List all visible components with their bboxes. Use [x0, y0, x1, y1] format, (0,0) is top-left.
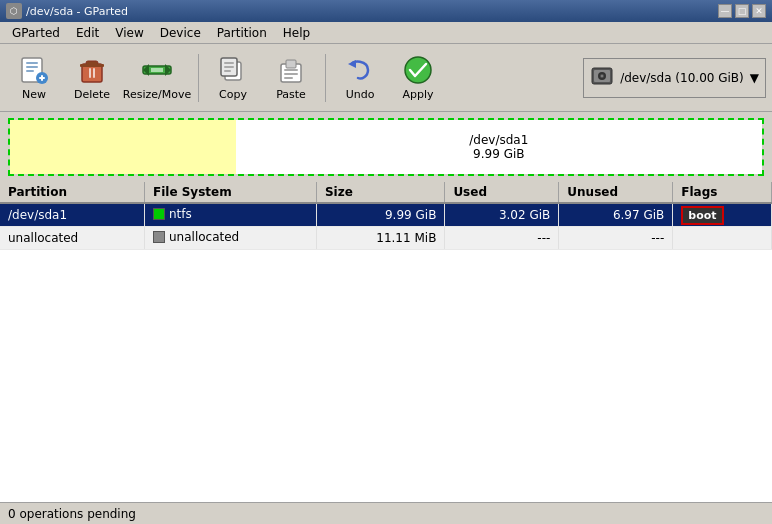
cell-partition: unallocated [0, 227, 144, 250]
minimize-button[interactable]: — [718, 4, 732, 18]
svg-rect-19 [224, 66, 234, 68]
disk-partition-size: 9.99 GiB [473, 147, 524, 161]
col-partition: Partition [0, 182, 144, 203]
cell-used: 3.02 GiB [445, 203, 559, 227]
menu-help[interactable]: Help [275, 24, 318, 42]
svg-rect-20 [224, 70, 231, 72]
svg-rect-15 [151, 68, 163, 72]
col-unused: Unused [559, 182, 673, 203]
svg-rect-6 [41, 75, 43, 81]
new-icon [18, 54, 50, 86]
col-size: Size [316, 182, 444, 203]
svg-marker-26 [348, 60, 356, 68]
table-body: /dev/sda1 ntfs9.99 GiB3.02 GiB6.97 GiBbo… [0, 203, 772, 250]
cell-filesystem: unallocated [144, 227, 316, 250]
svg-rect-18 [224, 62, 234, 64]
delete-button[interactable]: Delete [64, 49, 120, 107]
svg-rect-10 [89, 68, 91, 78]
menu-view[interactable]: View [107, 24, 151, 42]
disk-visual[interactable]: /dev/sda1 9.99 GiB [8, 118, 764, 176]
title-bar-left: ⬡ /dev/sda - GParted [6, 3, 128, 19]
paste-icon [275, 54, 307, 86]
cell-partition: /dev/sda1 [0, 203, 144, 227]
copy-icon [217, 54, 249, 86]
svg-rect-1 [26, 62, 38, 64]
app-icon: ⬡ [6, 3, 22, 19]
undo-icon [344, 54, 376, 86]
paste-label: Paste [276, 88, 306, 101]
col-flags: Flags [673, 182, 772, 203]
boot-flag-badge: boot [681, 206, 723, 225]
menu-partition[interactable]: Partition [209, 24, 275, 42]
table-row[interactable]: unallocated unallocated11.11 MiB------ [0, 227, 772, 250]
cell-filesystem: ntfs [144, 203, 316, 227]
separator-2 [325, 54, 326, 102]
svg-rect-2 [26, 66, 38, 68]
cell-used: --- [445, 227, 559, 250]
cell-unused: 6.97 GiB [559, 203, 673, 227]
table-header-row: Partition File System Size Used Unused F… [0, 182, 772, 203]
maximize-button[interactable]: □ [735, 4, 749, 18]
cell-flags [673, 227, 772, 250]
title-bar: ⬡ /dev/sda - GParted — □ ✕ [0, 0, 772, 22]
cell-size: 11.11 MiB [316, 227, 444, 250]
toolbar: New Delete Resize/Move [0, 44, 772, 112]
menu-bar: GParted Edit View Device Partition Help [0, 22, 772, 44]
table-row[interactable]: /dev/sda1 ntfs9.99 GiB3.02 GiB6.97 GiBbo… [0, 203, 772, 227]
table-container: Partition File System Size Used Unused F… [0, 182, 772, 502]
menu-edit[interactable]: Edit [68, 24, 107, 42]
disk-visual-container: /dev/sda1 9.99 GiB [0, 112, 772, 182]
paste-button[interactable]: Paste [263, 49, 319, 107]
device-selector[interactable]: /dev/sda (10.00 GiB) ▼ [583, 58, 766, 98]
svg-point-32 [601, 75, 603, 77]
apply-icon [402, 54, 434, 86]
disk-used-segment [10, 120, 236, 174]
status-text: 0 operations pending [8, 507, 136, 521]
svg-rect-24 [284, 73, 298, 75]
delete-label: Delete [74, 88, 110, 101]
svg-rect-3 [26, 70, 34, 72]
separator-1 [198, 54, 199, 102]
disk-ntfs-segment: /dev/sda1 9.99 GiB [236, 120, 762, 174]
device-dropdown-arrow[interactable]: ▼ [750, 71, 759, 85]
new-button[interactable]: New [6, 49, 62, 107]
svg-rect-22 [286, 60, 296, 68]
cell-size: 9.99 GiB [316, 203, 444, 227]
status-bar: 0 operations pending [0, 502, 772, 524]
delete-icon [76, 54, 108, 86]
resize-button[interactable]: Resize/Move [122, 49, 192, 107]
resize-label: Resize/Move [123, 88, 191, 101]
resize-icon [141, 54, 173, 86]
partition-table: Partition File System Size Used Unused F… [0, 182, 772, 250]
close-button[interactable]: ✕ [752, 4, 766, 18]
cell-flags: boot [673, 203, 772, 227]
window-title: /dev/sda - GParted [26, 5, 128, 18]
col-filesystem: File System [144, 182, 316, 203]
svg-rect-23 [284, 69, 298, 71]
copy-label: Copy [219, 88, 247, 101]
menu-device[interactable]: Device [152, 24, 209, 42]
device-label: /dev/sda (10.00 GiB) [620, 71, 744, 85]
col-used: Used [445, 182, 559, 203]
title-bar-buttons[interactable]: — □ ✕ [718, 4, 766, 18]
svg-rect-9 [80, 64, 104, 67]
apply-button[interactable]: Apply [390, 49, 446, 107]
new-label: New [22, 88, 46, 101]
cell-unused: --- [559, 227, 673, 250]
undo-button[interactable]: Undo [332, 49, 388, 107]
svg-rect-25 [284, 77, 293, 79]
apply-label: Apply [402, 88, 433, 101]
disk-partition-name: /dev/sda1 [469, 133, 528, 147]
undo-label: Undo [346, 88, 375, 101]
menu-gparted[interactable]: GParted [4, 24, 68, 42]
device-icon [590, 64, 614, 91]
copy-button[interactable]: Copy [205, 49, 261, 107]
svg-rect-11 [93, 68, 95, 78]
